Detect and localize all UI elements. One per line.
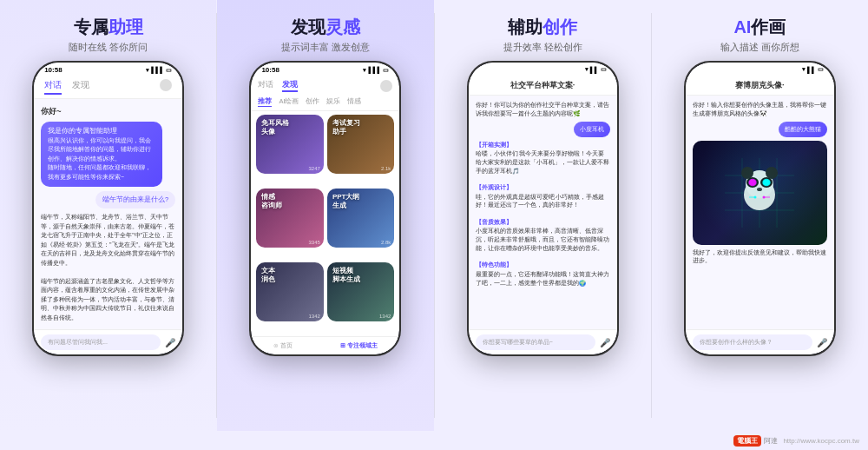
status-bar-2: 10:58 ▾ ▌▌▌ ▭ — [251, 63, 399, 76]
app1-nav: 对话 发现 — [34, 76, 182, 99]
app2-category-tabs: 推荐 AI绘画 创作 娱乐 情感 — [251, 96, 399, 111]
wifi-icon: ▾ — [146, 67, 149, 74]
app3-input-bar: 你想要写哪些要草的单品~ 🎤 — [469, 329, 617, 354]
section1-title-part2: 助理 — [108, 17, 143, 36]
app3-content: 你好！你可以为你的创作社交平台种草文案，请告诉我你想要写一篇什么主题的内容呢🌿 … — [469, 96, 617, 329]
phone-screen-4: ▾ ▌▌ ▭ 赛博朋克头像· 你好！输入你想要创作的头像主题，我将帮你一键生成赛… — [686, 63, 834, 354]
card-count-2: 2.1k — [381, 166, 391, 171]
card-video-script[interactable]: 短视频脚本生成 1342 — [327, 262, 395, 321]
card-label-6: 短视频脚本生成 — [332, 267, 360, 285]
card-label-2: 考试复习助手 — [332, 119, 360, 137]
status-bar-3: ▾ ▌▌ ▭ — [469, 63, 617, 75]
section3-title: 辅助创作 — [508, 16, 577, 38]
tab-recommend[interactable]: 推荐 — [258, 97, 272, 107]
app1-nav-discover[interactable]: 发现 — [72, 79, 89, 95]
wifi-icon-4: ▾ — [802, 66, 806, 73]
section-assist-creation: 辅助创作 提升效率 轻松创作 ▾ ▌▌ ▭ 社交平台种草文案· 你好！你可以为你… — [435, 0, 651, 431]
app2-bottom-nav: ⊙ 首页 ⊞ 专注领域主 — [251, 336, 399, 354]
battery-icon-2: ▭ — [383, 67, 389, 74]
card-count-5: 1342 — [309, 314, 320, 319]
section-title-features: 【特色功能】 — [476, 261, 512, 268]
status-icons-2: ▾ ▌▌▌ ▭ — [363, 67, 389, 74]
section2-subtitle: 提示词丰富 激发创意 — [281, 41, 370, 54]
status-icons-4: ▾ ▌▌ ▭ — [802, 66, 824, 73]
phone-mockup-1: 10:58 ▾ ▌▌▌ ▭ 对话 发现 你好~ 我是你的专属智能助理 — [32, 61, 184, 356]
app1-avatar — [160, 79, 172, 91]
tab-ai-draw[interactable]: AI绘画 — [279, 97, 299, 107]
nav-discover-bottom[interactable]: ⊞ 专注领域主 — [340, 341, 378, 350]
section4-title-part2: 作画 — [751, 17, 786, 36]
app2-top-nav: 对话 发现 — [251, 76, 399, 96]
card-avatar-style[interactable]: 免耳风格头像 3247 — [256, 115, 324, 174]
section-discover-inspiration: 发现灵感 提示词丰富 激发创意 10:58 ▾ ▌▌▌ ▭ 对话 发现 — [217, 0, 433, 431]
app4-mic-icon[interactable]: 🎤 — [817, 338, 827, 347]
status-time-2: 10:58 — [261, 66, 279, 74]
watermark-url: http://www.kocpc.com.tw — [783, 437, 859, 445]
mic-icon[interactable]: 🎤 — [165, 338, 175, 347]
app4-header: 赛博朋克头像· — [686, 75, 834, 96]
app4-input[interactable]: 你想要创作什么样的头像？ — [693, 334, 812, 350]
wifi-icon-2: ▾ — [363, 67, 366, 74]
card-label-4: PPT大纲生成 — [332, 193, 360, 211]
status-icons-3: ▾ ▌▌ ▭ — [585, 66, 607, 73]
card-count-6: 1342 — [379, 314, 391, 319]
tab-emotion[interactable]: 情感 — [347, 97, 361, 107]
signal-icon-2: ▌▌▌ — [368, 67, 381, 73]
app1-input[interactable]: 有问题尽管问我问我... — [41, 334, 161, 350]
bottom-bar: 電腦王 阿達 http://www.kocpc.com.tw — [0, 431, 868, 450]
app2-card-grid: 免耳风格头像 3247 考试复习助手 2.1k 情感咨询师 3345 PPT大纲… — [251, 111, 399, 336]
watermark-suffix: 阿達 — [764, 436, 778, 446]
card-label-5: 文本润色 — [261, 267, 275, 285]
app4-content: 你好！输入你想要创作的头像主题，我将帮你一键生成赛博朋克风格的头像🐼 酷酷的大熊… — [686, 96, 834, 329]
card-ppt-outline[interactable]: PPT大纲生成 2.8k — [327, 189, 395, 248]
phone-mockup-4: ▾ ▌▌ ▭ 赛博朋克头像· 你好！输入你想要创作的头像主题，我将帮你一键生成赛… — [684, 61, 836, 356]
tab-create[interactable]: 创作 — [306, 97, 319, 107]
section1-subtitle: 随时在线 答你所问 — [69, 41, 148, 54]
phone-screen-1: 10:58 ▾ ▌▌▌ ▭ 对话 发现 你好~ 我是你的专属智能助理 — [34, 63, 182, 354]
app2-nav-chat[interactable]: 对话 — [258, 79, 273, 92]
app3-initial-question: 你好！你可以为你的创作社交平台种草文案，请告诉我你想要写一篇什么主题的内容呢🌿 — [476, 101, 610, 118]
card-count-4: 2.8k — [381, 240, 391, 245]
section-title-sound: 【音质效果】 — [476, 219, 512, 225]
nav-home[interactable]: ⊙ 首页 — [273, 341, 293, 350]
app2-nav-discover[interactable]: 发现 — [282, 79, 298, 92]
battery-icon: ▭ — [166, 67, 172, 74]
signal-icon-4: ▌▌ — [807, 67, 816, 73]
section4-subtitle: 输入描述 画你所想 — [720, 41, 799, 54]
watermark-logo-text: 電腦王 — [737, 437, 758, 445]
section-title-design: 【外观设计】 — [476, 184, 512, 190]
chat-assistant-message: 我是你的专属智能助理 很高兴认识你，你可以向我提问，我会尽我所能地解答你的问题，… — [41, 122, 162, 187]
chat-response-text: 端午节，又称端阳节、龙舟节、浴兰节、天中节等，源于自然天象崇拜，由来古老。仲夏端… — [41, 213, 175, 322]
section3-subtitle: 提升效率 轻松创作 — [503, 41, 582, 54]
battery-icon-3: ▭ — [601, 66, 607, 73]
app4-user-msg: 酷酷的大熊猫 — [779, 122, 827, 137]
card-text-polish[interactable]: 文本润色 1342 — [256, 262, 324, 321]
app3-mic-icon[interactable]: 🎤 — [600, 338, 610, 347]
section-title-unboxing: 【开箱实测】 — [476, 142, 512, 148]
section3-title-part2: 创作 — [542, 17, 577, 36]
app4-input-bar: 你想要创作什么样的头像？ 🎤 — [686, 329, 834, 354]
chat-greeting: 你好~ — [41, 106, 175, 117]
phone-screen-3: ▾ ▌▌ ▭ 社交平台种草文案· 你好！你可以为你的创作社交平台种草文案，请告诉… — [469, 63, 617, 354]
card-emotion-counselor[interactable]: 情感咨询师 3345 — [256, 189, 324, 248]
neon-glow-overlay — [693, 141, 827, 245]
status-bar-4: ▾ ▌▌ ▭ — [686, 63, 834, 75]
watermark: 電腦王 阿達 http://www.kocpc.com.tw — [733, 435, 859, 447]
wifi-icon-3: ▾ — [585, 66, 589, 73]
app1-content: 你好~ 我是你的专属智能助理 很高兴认识你，你可以向我提问，我会尽我所能地解答你… — [34, 99, 182, 329]
phone-mockup-2: 10:58 ▾ ▌▌▌ ▭ 对话 发现 推荐 AI绘画 — [249, 61, 401, 356]
section-dedicated-assistant: 专属助理 随时在线 答你所问 10:58 ▾ ▌▌▌ ▭ 对话 发现 — [0, 0, 216, 431]
card-study-helper[interactable]: 考试复习助手 2.1k — [327, 115, 395, 174]
panda-generated-image — [693, 141, 827, 245]
app3-header: 社交平台种草文案· — [469, 75, 617, 96]
section1-title: 专属助理 — [74, 16, 143, 38]
tab-entertainment[interactable]: 娱乐 — [326, 97, 340, 107]
app3-input[interactable]: 你想要写哪些要草的单品~ — [476, 334, 595, 350]
card-count-3: 3345 — [309, 240, 320, 245]
app4-response-text: 我好了，欢迎你提出反馈意见和建议，帮助我快速进步。 — [693, 248, 827, 266]
battery-icon-4: ▭ — [818, 66, 824, 73]
app2-avatar — [380, 80, 392, 92]
signal-icon-3: ▌▌ — [590, 67, 599, 73]
section2-title-part2: 灵感 — [326, 17, 360, 36]
app1-nav-chat[interactable]: 对话 — [44, 79, 62, 95]
